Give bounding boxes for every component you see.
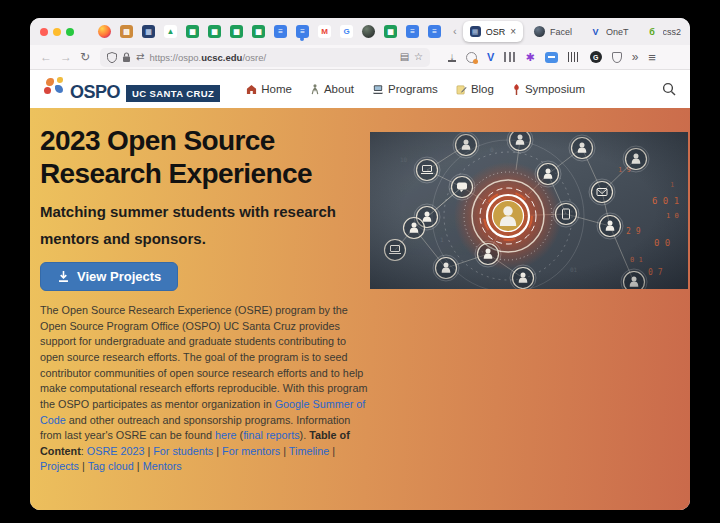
tab-favicon: [590, 26, 601, 37]
paragraph-text: |: [134, 460, 143, 472]
tab-favicon: [534, 26, 545, 37]
google-docs-icon[interactable]: [274, 25, 287, 38]
url-bar[interactable]: ⇄ https://ospo.ucsc.edu/osre/ ▤ ☆: [100, 48, 430, 67]
v-logo-extension-icon[interactable]: [487, 52, 494, 63]
paragraph-link[interactable]: For mentors: [222, 445, 280, 457]
tab-label: OSR: [486, 27, 506, 37]
memo-icon: [456, 84, 467, 95]
nav-item-symposium[interactable]: Symposium: [512, 83, 585, 95]
url-text[interactable]: https://ospo.ucsc.edu/osre/: [149, 52, 394, 63]
google-sheets-icon[interactable]: [230, 25, 243, 38]
maximize-window-button[interactable]: [66, 28, 74, 36]
pinned-tabs: [98, 25, 441, 38]
tab-label: Facel: [550, 27, 572, 37]
hero-paragraph: The Open Source Research Experience (OSR…: [40, 303, 368, 475]
logo-badge: UC SANTA CRUZ: [126, 85, 220, 102]
google-sheets-icon[interactable]: [186, 25, 199, 38]
google-sheets-icon[interactable]: [208, 25, 221, 38]
paragraph-text: |: [280, 445, 289, 457]
paragraph-link[interactable]: Projects: [40, 460, 79, 472]
globe-extension-icon[interactable]: [466, 52, 477, 63]
home-icon: [246, 84, 257, 95]
close-tab-icon[interactable]: ×: [510, 26, 516, 37]
extension-icons: [448, 51, 656, 64]
paragraph-link[interactable]: Timeline: [289, 445, 329, 457]
google-sheets-icon[interactable]: [384, 25, 397, 38]
google-docs-icon[interactable]: [296, 25, 309, 38]
reader-mode-icon[interactable]: ▤: [400, 52, 409, 62]
ospo-logo-icon: [44, 77, 64, 101]
paragraph-link[interactable]: Mentors: [143, 460, 182, 472]
lock-icon[interactable]: [122, 52, 131, 63]
google-docs-icon[interactable]: [406, 25, 419, 38]
view-projects-button[interactable]: View Projects: [40, 262, 178, 291]
forward-icon[interactable]: →: [60, 51, 72, 63]
site-logo[interactable]: OSPO UC SANTA CRUZ: [44, 76, 220, 103]
google-icon[interactable]: [340, 25, 353, 38]
computer-icon: [372, 84, 384, 95]
tab-onetab[interactable]: OneT: [583, 21, 636, 42]
nav-item-blog[interactable]: Blog: [456, 83, 494, 95]
shield-extension-icon[interactable]: [612, 52, 622, 63]
nav-item-about[interactable]: About: [310, 83, 354, 95]
firefox-icon[interactable]: [98, 25, 111, 38]
paragraph-link[interactable]: For students: [153, 445, 213, 457]
window-controls: [40, 28, 74, 36]
paragraph-text: |: [144, 445, 153, 457]
nav-item-home[interactable]: Home: [246, 83, 292, 95]
search-icon[interactable]: [662, 82, 676, 96]
tab-favicon: [470, 26, 481, 37]
permissions-swap-icon[interactable]: ⇄: [136, 52, 144, 62]
site-navbar: OSPO UC SANTA CRUZ Home About Programs B…: [30, 70, 690, 108]
google-docs-icon[interactable]: [428, 25, 441, 38]
download-icon: [57, 270, 70, 283]
hero-section: 2023 Open Source Research Experience Mat…: [30, 108, 690, 510]
tab-bar: ‹ OSR × Facel OneT css2 › ∨: [30, 18, 690, 45]
browser-toolbar: ← → ↻ ⇄ https://ospo.ucsc.edu/osre/ ▤ ☆: [30, 45, 690, 70]
flower-extension-icon[interactable]: [525, 52, 534, 63]
paragraph-text: |: [213, 445, 222, 457]
tab-favicon: [647, 26, 658, 37]
tracking-shield-icon[interactable]: [107, 52, 117, 63]
tab-active-ospo[interactable]: OSR ×: [463, 21, 523, 42]
reload-icon[interactable]: ↻: [80, 51, 90, 63]
gmail-icon[interactable]: [318, 25, 331, 38]
downloads-icon[interactable]: [448, 52, 456, 62]
tab-label: css2: [663, 27, 682, 37]
google-sheets-icon[interactable]: [252, 25, 265, 38]
nav-items: Home About Programs Blog Symposium: [246, 83, 585, 95]
paragraph-text: ).: [300, 429, 310, 441]
torch-icon: [512, 84, 521, 95]
minimize-window-button[interactable]: [53, 28, 61, 36]
tab-label: OneT: [606, 27, 629, 37]
paragraph-link[interactable]: final reports: [243, 429, 299, 441]
paragraph-link[interactable]: here: [215, 429, 237, 441]
g-circle-extension-icon[interactable]: [590, 51, 602, 63]
bookmark-star-icon[interactable]: ☆: [414, 52, 423, 62]
blue-square-extension-icon[interactable]: [545, 52, 558, 63]
nav-item-programs[interactable]: Programs: [372, 83, 438, 95]
barcode-extension-icon[interactable]: [568, 52, 580, 62]
browser-window: ‹ OSR × Facel OneT css2 › ∨ ← → ↻: [30, 18, 690, 510]
dark-sphere-icon[interactable]: [362, 25, 375, 38]
tab-facebook[interactable]: Facel: [527, 21, 579, 42]
paragraph-text: |: [329, 445, 335, 457]
back-icon[interactable]: ←: [40, 51, 52, 63]
orange-app-icon[interactable]: [120, 25, 133, 38]
logo-text: OSPO: [70, 82, 120, 103]
page-subtitle: Matching summer students with research m…: [40, 198, 370, 252]
google-drive-icon[interactable]: [164, 25, 177, 38]
paragraph-text: The Open Source Research Experience (OSR…: [40, 304, 367, 410]
hamburger-menu-icon[interactable]: [648, 51, 656, 64]
bars-extension-icon[interactable]: [504, 52, 515, 62]
scroll-tabs-left-icon[interactable]: ‹: [451, 26, 459, 37]
close-window-button[interactable]: [40, 28, 48, 36]
overflow-menu-icon[interactable]: [632, 51, 639, 63]
navy-app-icon[interactable]: [142, 25, 155, 38]
paragraph-link[interactable]: OSRE 2023: [87, 445, 145, 457]
paragraph-text: |: [79, 460, 88, 472]
paragraph-link[interactable]: Tag cloud: [88, 460, 134, 472]
hero-network-image: 1001 01 1 9 6 0 1 1 0 2 9 0 0 0 1 0 7 1: [370, 132, 688, 289]
person-icon: [310, 84, 320, 95]
tab-css[interactable]: css2: [640, 21, 689, 42]
